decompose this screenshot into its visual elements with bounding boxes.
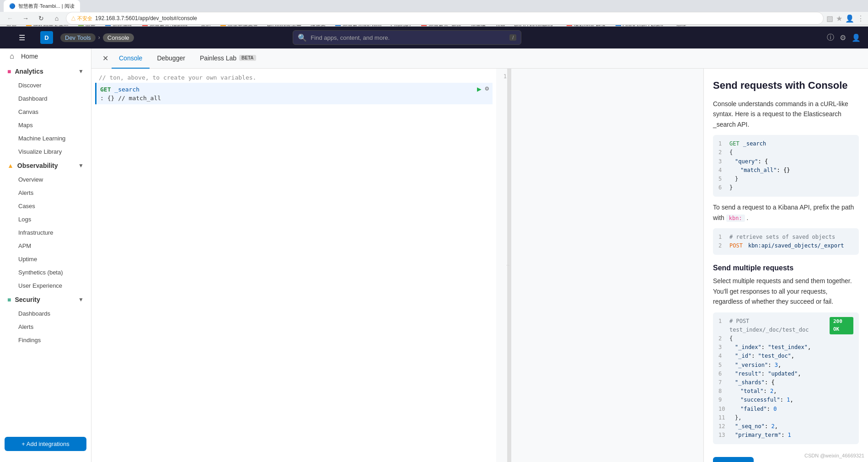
sidebar-section-security: ■ Security ▼ Dashboards Alerts Findings — [0, 292, 91, 347]
request-actions: ▶ ⚙ — [477, 85, 489, 94]
code-line-5: 5 } — [718, 175, 853, 183]
status-200-badge: 200 OK — [830, 317, 853, 334]
settings-wrench[interactable]: ⚙ — [485, 85, 489, 94]
sidebar-item-sec-findings[interactable]: Findings — [0, 333, 91, 347]
search-bar-container[interactable]: 🔍 Find apps, content, and more. / — [293, 30, 521, 45]
sidebar-item-dashboard[interactable]: Dashboard — [0, 92, 91, 105]
global-search: 🔍 Find apps, content, and more. / — [293, 30, 521, 45]
reload-button[interactable]: ↻ — [35, 12, 48, 25]
home-icon: ⌂ — [7, 52, 16, 60]
drag-dots: ⋮ — [506, 263, 511, 268]
tab-debugger-label: Debugger — [157, 54, 185, 62]
multi-code-line-5: 5 "_version": 3, — [718, 361, 853, 370]
editor-line-area: // ton, above, to create your own variab… — [91, 69, 510, 462]
analytics-chevron: ▼ — [78, 68, 84, 75]
search-placeholder-text: Find apps, content, and more. — [311, 34, 506, 41]
request-body: : {} // match_all — [100, 94, 489, 102]
multi-code-line-2: 2 { — [718, 334, 853, 343]
sidebar-item-sec-alerts[interactable]: Alerts — [0, 320, 91, 333]
observability-items: Overview Alerts Cases Logs Infrastructur… — [0, 173, 91, 292]
code-line-1: 1 GET _search — [718, 140, 853, 148]
request-body-text: : {} // match_all — [100, 95, 161, 102]
sidebar-item-alerts-obs[interactable]: Alerts — [0, 186, 91, 199]
help-code-block-2: 1 # retrieve sets of saved objects 2 POS… — [713, 228, 859, 255]
back-button[interactable]: ← — [4, 12, 16, 25]
line-num-1: 1 — [496, 72, 507, 81]
analytics-icon: ■ — [7, 68, 11, 75]
devtools-close-button[interactable]: ✕ — [99, 52, 112, 65]
help-icon[interactable]: ⓘ — [827, 33, 834, 43]
sidebar-item-synthetics[interactable]: Synthetics (beta) — [0, 266, 91, 279]
breadcrumb-console[interactable]: Console — [103, 33, 134, 42]
security-section-header[interactable]: ■ Security ▼ — [0, 292, 91, 307]
active-tab[interactable]: 🔵 智慧教育·Teambi... | 阅读 — [4, 0, 80, 12]
url-text: 192.168.3.7:5601/app/dev_tools#/console — [95, 15, 819, 21]
menu-icon[interactable]: ⋮ — [857, 14, 864, 23]
multi-code-line-12: 12 "_seq_no": 2, — [718, 422, 853, 431]
security-icon: ■ — [7, 296, 11, 303]
sidebar-item-infrastructure[interactable]: Infrastructure — [0, 226, 91, 239]
tab-debugger[interactable]: Debugger — [150, 48, 193, 69]
multi-code-line-6: 6 "result": "updated", — [718, 370, 853, 378]
tab-painless-label: Painless Lab — [200, 54, 236, 62]
home-label: Home — [21, 53, 38, 60]
drag-handle[interactable]: ⋮ — [507, 69, 510, 462]
sidebar-item-uptime[interactable]: Uptime — [0, 252, 91, 266]
multi-code-line-1: 1 # POST test_index/_doc/test_doc 200 OK — [718, 317, 853, 334]
address-bar[interactable]: △ 不安全 192.168.3.7:5601/app/dev_tools#/co… — [66, 12, 824, 25]
breadcrumb-dev-tools[interactable]: Dev Tools — [60, 33, 96, 42]
dismiss-button[interactable]: Dismiss — [713, 457, 754, 462]
sidebar-item-logs[interactable]: Logs — [0, 213, 91, 226]
profile-icon[interactable]: 👤 — [845, 14, 854, 23]
tab-console[interactable]: Console — [112, 48, 150, 69]
extensions-icon[interactable]: ▧ — [826, 14, 833, 23]
multi-code-line-13: 13 "primary_term": 1 — [718, 431, 853, 440]
help-title: Send requests with Console — [713, 80, 859, 91]
elastic-header: ☰ D Dev Tools › Console 🔍 Find apps, con… — [0, 27, 868, 48]
editor-text-area[interactable]: // ton, above, to create your own variab… — [91, 69, 496, 462]
security-label: Security — [15, 296, 40, 303]
console-area: // ton, above, to create your own variab… — [91, 69, 868, 462]
add-integrations-button[interactable]: + Add integrations — [5, 437, 86, 451]
sidebar-section-analytics: ■ Analytics ▼ Discover Dashboard Canvas … — [0, 64, 91, 158]
settings-icon[interactable]: ⚙ — [840, 33, 846, 42]
user-avatar[interactable]: D — [40, 31, 53, 44]
kbn-code-line-1: 1 # retrieve sets of saved objects — [718, 233, 853, 242]
hamburger-menu[interactable]: ☰ — [15, 30, 29, 45]
tab-painless-lab[interactable]: Painless Lab BETA — [193, 48, 263, 69]
help-panel: Send requests with Console Console under… — [703, 69, 868, 462]
sidebar-item-maps[interactable]: Maps — [0, 118, 91, 132]
observability-section-header[interactable]: ▲ Observability ▼ — [0, 158, 91, 173]
observability-label: Observability — [17, 162, 58, 169]
sidebar-item-discover[interactable]: Discover — [0, 79, 91, 92]
bookmark-icon[interactable]: ★ — [836, 14, 842, 23]
sidebar-item-home[interactable]: ⌂ Home — [0, 48, 91, 64]
security-warning: △ 不安全 — [71, 15, 92, 22]
home-button[interactable]: ⌂ — [50, 12, 63, 25]
sidebar-item-visualize-library[interactable]: Visualize Library — [0, 145, 91, 158]
beta-badge: BETA — [239, 55, 256, 61]
help-intro: Console understands commands in a cURL-l… — [713, 99, 859, 129]
code-line-6: 6 } — [718, 183, 853, 192]
analytics-section-header[interactable]: ■ Analytics ▼ — [0, 64, 91, 79]
editor-content[interactable]: // ton, above, to create your own variab… — [91, 69, 510, 462]
comment-text: // ton, above, to create your own variab… — [99, 74, 256, 81]
sidebar-item-cases[interactable]: Cases — [0, 199, 91, 213]
sidebar-item-canvas[interactable]: Canvas — [0, 105, 91, 118]
code-line-2: 2 { — [718, 148, 853, 157]
sidebar-item-overview[interactable]: Overview — [0, 173, 91, 186]
sidebar-item-user-experience[interactable]: User Experience — [0, 279, 91, 292]
multi-code-line-11: 11 }, — [718, 414, 853, 422]
run-button[interactable]: ▶ — [477, 85, 482, 94]
multi-code-line-4: 4 "_id": "test_doc", — [718, 352, 853, 360]
sidebar-item-machine-learning[interactable]: Machine Learning — [0, 132, 91, 145]
x-icon: ✕ — [102, 54, 108, 63]
sidebar-item-sec-dashboards[interactable]: Dashboards — [0, 307, 91, 320]
user-icon[interactable]: 👤 — [852, 33, 861, 42]
add-integrations-area: + Add integrations — [0, 431, 91, 462]
browser-chrome: 🔵 智慧教育·Teambi... | 阅读 ← → ↻ ⌂ △ 不安全 192.… — [0, 0, 868, 27]
browser-toolbar: ← → ↻ ⌂ △ 不安全 192.168.3.7:5601/app/dev_t… — [0, 12, 868, 25]
forward-button[interactable]: → — [19, 12, 32, 25]
multi-code-line-10: 10 "failed": 0 — [718, 405, 853, 414]
sidebar-item-apm[interactable]: APM — [0, 239, 91, 252]
